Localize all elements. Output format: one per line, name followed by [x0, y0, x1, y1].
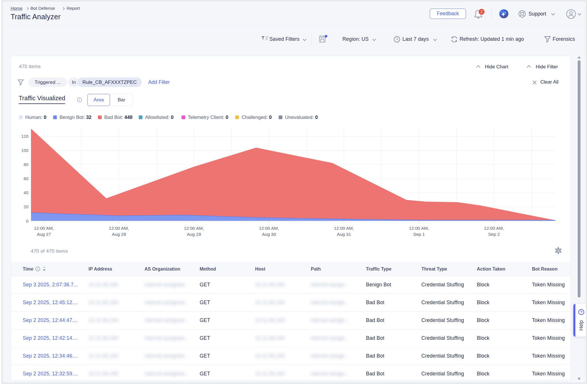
svg-text:2: 2 — [481, 9, 483, 14]
svg-text:12:00 AM,: 12:00 AM, — [184, 226, 204, 231]
svg-text:60: 60 — [24, 176, 28, 181]
svg-text:?: ? — [580, 310, 583, 314]
svg-text:Sep 2: Sep 2 — [488, 232, 500, 237]
svg-text:12:00 AM,: 12:00 AM, — [334, 226, 354, 231]
svg-text:Sep 1: Sep 1 — [413, 232, 425, 237]
svg-text:Aug 27: Aug 27 — [37, 232, 51, 237]
svg-text:100: 100 — [21, 148, 28, 153]
svg-text:Aug 30: Aug 30 — [262, 232, 276, 237]
svg-text:12:00 AM,: 12:00 AM, — [484, 226, 504, 231]
svg-text:20: 20 — [24, 204, 28, 209]
svg-text:Aug 29: Aug 29 — [187, 232, 201, 237]
svg-text:Aug 31: Aug 31 — [337, 232, 351, 237]
svg-text:0: 0 — [26, 219, 28, 223]
svg-text:12:00 AM,: 12:00 AM, — [34, 226, 54, 231]
svg-text:12:00 AM,: 12:00 AM, — [259, 226, 279, 231]
svg-text:120: 120 — [21, 134, 28, 139]
svg-text:Aug 28: Aug 28 — [112, 232, 126, 237]
svg-text:12:00 AM,: 12:00 AM, — [109, 226, 129, 231]
svg-text:40: 40 — [24, 190, 28, 195]
svg-text:12:00 AM,: 12:00 AM, — [409, 226, 429, 231]
svg-text:80: 80 — [24, 162, 28, 167]
